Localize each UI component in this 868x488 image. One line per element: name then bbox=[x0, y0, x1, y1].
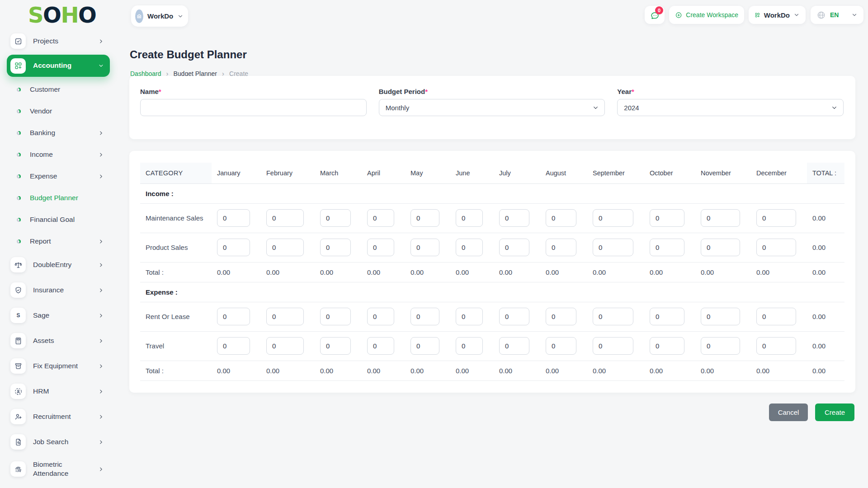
sidebar-item-biometric-attendance[interactable]: Biometric Attendance bbox=[7, 455, 110, 483]
budget-amount-input[interactable] bbox=[266, 308, 304, 325]
sidebar-item-accounting[interactable]: Accounting bbox=[7, 55, 110, 77]
name-field: Name* bbox=[140, 88, 367, 139]
budget-amount-input[interactable] bbox=[756, 239, 796, 256]
budget-amount-input[interactable] bbox=[650, 337, 684, 355]
sidebar-item-label: Income bbox=[30, 150, 98, 159]
budget-amount-input[interactable] bbox=[650, 239, 684, 256]
budget-amount-input[interactable] bbox=[266, 337, 304, 355]
sidebar-item-doubleentry[interactable]: DoubleEntry bbox=[7, 252, 110, 277]
budget-amount-input[interactable] bbox=[546, 308, 576, 325]
workdo-menu-button[interactable]: WorkDo bbox=[749, 6, 806, 24]
budget-amount-input[interactable] bbox=[756, 337, 796, 355]
sidebar-item-expense[interactable]: Expense bbox=[7, 165, 110, 187]
sidebar-item-job-search[interactable]: Job Search bbox=[7, 429, 110, 455]
budget-amount-input[interactable] bbox=[217, 308, 250, 325]
budget-amount-input[interactable] bbox=[456, 337, 483, 355]
messages-button[interactable]: 0 bbox=[645, 6, 665, 24]
chevron-right-icon bbox=[98, 38, 104, 45]
budget-amount-input[interactable] bbox=[456, 209, 483, 227]
budget-amount-input[interactable] bbox=[367, 337, 394, 355]
budget-amount-input[interactable] bbox=[320, 337, 351, 355]
logo-letter: S bbox=[28, 2, 43, 28]
sidebar-item-report[interactable]: Report bbox=[7, 230, 110, 252]
budget-amount-input[interactable] bbox=[756, 308, 796, 325]
sidebar-item-financial-goal[interactable]: Financial Goal bbox=[7, 209, 110, 230]
logo-letter: O bbox=[43, 2, 61, 28]
grid-plus-icon bbox=[755, 11, 760, 19]
sidebar-item-assets[interactable]: Assets bbox=[7, 328, 110, 353]
soho-logo[interactable]: SOHO bbox=[28, 2, 96, 28]
fingerprint-icon bbox=[10, 461, 26, 477]
budget-amount-input[interactable] bbox=[266, 209, 304, 227]
chevron-down-icon bbox=[592, 104, 599, 111]
budget-amount-input[interactable] bbox=[701, 337, 740, 355]
sidebar-item-projects[interactable]: Projects bbox=[7, 31, 110, 52]
budget-amount-input[interactable] bbox=[410, 239, 439, 256]
budget-amount-input[interactable] bbox=[499, 337, 529, 355]
budget-amount-input[interactable] bbox=[367, 209, 394, 227]
budget-amount-input[interactable] bbox=[410, 209, 439, 227]
budget-amount-input[interactable] bbox=[367, 308, 394, 325]
sidebar-item-budget-planner[interactable]: Budget Planner bbox=[7, 187, 110, 209]
budget-amount-input[interactable] bbox=[367, 239, 394, 256]
section-total-row: Total :0.000.000.000.000.000.000.000.000… bbox=[140, 262, 844, 282]
budget-amount-input[interactable] bbox=[701, 308, 740, 325]
sidebar-item-fix-equipment[interactable]: Fix Equipment bbox=[7, 353, 110, 379]
create-workspace-button[interactable]: Create Workspace bbox=[669, 6, 744, 24]
budget-period-field: Budget Period* Monthly bbox=[379, 88, 605, 139]
budget-amount-input[interactable] bbox=[650, 308, 684, 325]
budget-amount-input[interactable] bbox=[593, 308, 633, 325]
budget-amount-input[interactable] bbox=[650, 209, 684, 227]
budget-amount-input[interactable] bbox=[410, 337, 439, 355]
budget-period-select[interactable]: Monthly bbox=[379, 99, 605, 116]
chevron-right-icon bbox=[98, 413, 104, 420]
budget-amount-input[interactable] bbox=[499, 239, 529, 256]
budget-amount-input[interactable] bbox=[499, 308, 529, 325]
month-column-header: July bbox=[494, 163, 540, 183]
budget-amount-input[interactable] bbox=[593, 239, 633, 256]
budget-amount-input[interactable] bbox=[266, 239, 304, 256]
month-column-header: November bbox=[695, 163, 751, 183]
cancel-button[interactable]: Cancel bbox=[769, 404, 808, 421]
monthly-total-value: 0.00 bbox=[540, 262, 587, 282]
sidebar-item-hrm[interactable]: HRM bbox=[7, 379, 110, 404]
budget-amount-input[interactable] bbox=[701, 239, 740, 256]
sidebar-item-income[interactable]: Income bbox=[7, 144, 110, 165]
budget-amount-input[interactable] bbox=[456, 239, 483, 256]
chevron-down-icon bbox=[793, 12, 800, 18]
sidebar-item-insurance[interactable]: Insurance bbox=[7, 277, 110, 303]
language-selector[interactable]: EN bbox=[811, 6, 863, 24]
budget-amount-input[interactable] bbox=[217, 209, 250, 227]
chevron-right-icon bbox=[98, 363, 104, 370]
budget-amount-input[interactable] bbox=[701, 209, 740, 227]
workspace-switcher[interactable]: WorkDo bbox=[131, 5, 188, 27]
category-row: Product Sales0.00 bbox=[140, 233, 844, 262]
budget-amount-input[interactable] bbox=[546, 337, 576, 355]
sidebar-item-sage[interactable]: SSage bbox=[7, 303, 110, 328]
budget-amount-input[interactable] bbox=[456, 308, 483, 325]
budget-amount-input[interactable] bbox=[320, 209, 351, 227]
budget-amount-input[interactable] bbox=[593, 209, 633, 227]
budget-amount-input[interactable] bbox=[546, 239, 576, 256]
budget-amount-input[interactable] bbox=[410, 308, 439, 325]
budget-amount-input[interactable] bbox=[756, 209, 796, 227]
chevron-right-icon bbox=[98, 238, 104, 245]
sidebar-item-vendor[interactable]: Vendor bbox=[7, 100, 110, 122]
budget-amount-input[interactable] bbox=[499, 209, 529, 227]
monthly-total-value: 0.00 bbox=[405, 262, 450, 282]
budget-amount-input[interactable] bbox=[320, 308, 351, 325]
create-button[interactable]: Create bbox=[815, 404, 854, 421]
budget-amount-input[interactable] bbox=[546, 209, 576, 227]
budget-amount-input[interactable] bbox=[217, 239, 250, 256]
sidebar-item-label: Report bbox=[30, 237, 98, 245]
total-row-label: Total : bbox=[140, 262, 212, 282]
sidebar-item-recruitment[interactable]: Recruitment bbox=[7, 404, 110, 429]
budget-amount-input[interactable] bbox=[593, 337, 633, 355]
sidebar-item-label: Projects bbox=[33, 37, 98, 46]
year-select[interactable]: 2024 bbox=[617, 99, 844, 116]
sidebar-item-banking[interactable]: Banking bbox=[7, 122, 110, 144]
budget-amount-input[interactable] bbox=[320, 239, 351, 256]
sidebar-item-customer[interactable]: Customer bbox=[7, 79, 110, 100]
budget-amount-input[interactable] bbox=[217, 337, 250, 355]
name-input[interactable] bbox=[140, 99, 367, 116]
